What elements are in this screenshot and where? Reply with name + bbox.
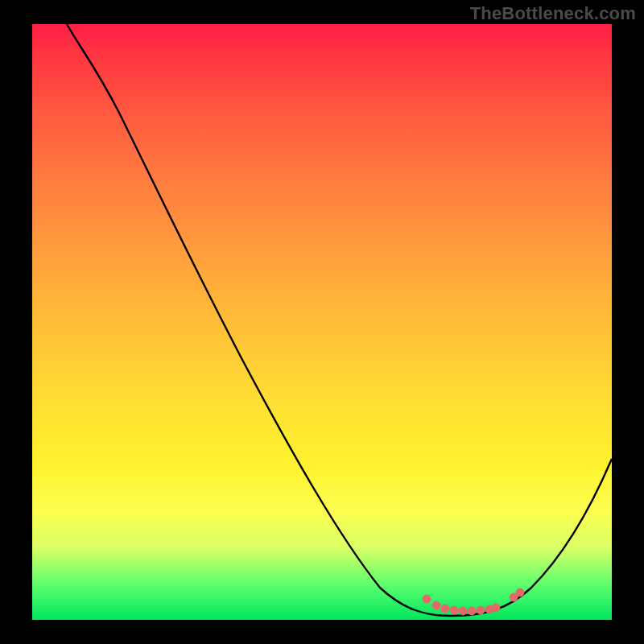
svg-point-3: [450, 606, 458, 614]
svg-point-6: [477, 606, 485, 614]
optimal-range-markers: [423, 588, 524, 615]
svg-point-10: [516, 588, 524, 597]
svg-point-2: [441, 605, 449, 613]
chart-frame: TheBottleneck.com: [0, 0, 644, 644]
plot-area: [32, 24, 612, 620]
watermark-text: TheBottleneck.com: [470, 3, 636, 24]
svg-point-4: [459, 607, 467, 615]
bottleneck-curve: [67, 24, 612, 616]
svg-point-5: [468, 607, 476, 615]
svg-point-0: [423, 595, 431, 603]
svg-point-8: [492, 604, 500, 612]
svg-point-1: [432, 601, 440, 609]
curve-layer: [32, 24, 612, 620]
